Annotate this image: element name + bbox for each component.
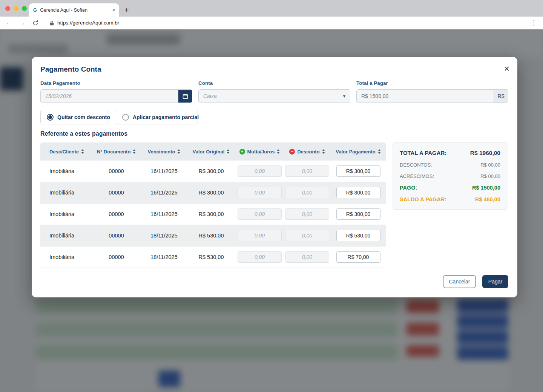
total-a-pagar-input[interactable] — [357, 93, 494, 99]
radio-selected-icon — [47, 114, 54, 121]
col-header-desc-cliente[interactable]: Desc/Cliente — [40, 149, 91, 155]
summary-descontos-row: DESCONTOS: R$ 00,00 — [400, 162, 500, 168]
window-zoom-button[interactable] — [22, 6, 27, 11]
calendar-button[interactable] — [178, 89, 192, 103]
tab-close-icon[interactable]: × — [112, 7, 115, 13]
table-row: Imobiliária 00000 16/11/2025 R$ 300,00 — [40, 161, 386, 182]
address-bar[interactable]: https://gerencieAqui.com.br — [50, 20, 119, 26]
window-minimize-button[interactable] — [14, 6, 18, 11]
reload-icon[interactable] — [32, 20, 38, 26]
window-controls — [5, 6, 27, 11]
col-header-multa-juros[interactable]: + Multa/Juros — [236, 149, 284, 155]
pagar-button[interactable]: Pagar — [482, 275, 508, 288]
total-a-pagar-field: Total a Pagar R$ — [356, 80, 508, 103]
section-title: Referente a estes pagamentos — [40, 130, 127, 137]
pagamento-conta-modal: Pagamento Conta ✕ Data Pagamento — [32, 57, 517, 297]
calendar-icon — [183, 93, 188, 99]
site-favicon-icon: G — [33, 7, 37, 13]
valor-pagamento-input[interactable] — [336, 251, 380, 263]
plus-circle-icon: + — [239, 149, 245, 155]
multa-juros-input[interactable] — [238, 230, 282, 241]
sort-icon[interactable] — [177, 149, 180, 154]
table-row: Imobiliária 00000 16/11/2025 R$ 300,00 — [40, 204, 386, 225]
multa-juros-input[interactable] — [238, 165, 282, 177]
total-a-pagar-label: Total a Pagar — [356, 80, 508, 86]
browser-menu-icon[interactable]: ⋮ — [531, 19, 537, 27]
table-row: Imobiliária 00000 16/11/2025 R$ 300,00 — [40, 182, 386, 204]
tab-strip: G Gerencie Aqui - Soften × + — [0, 0, 543, 17]
cell-documento: 00000 — [91, 254, 141, 260]
window-close-button[interactable] — [5, 6, 10, 11]
sort-icon[interactable] — [81, 149, 84, 154]
modal-title: Pagamento Conta — [40, 65, 101, 74]
cell-vencimento: 18/11/2025 — [141, 233, 187, 239]
cell-documento: 00000 — [91, 168, 141, 174]
valor-pagamento-input[interactable] — [336, 165, 380, 177]
modal-close-icon[interactable]: ✕ — [504, 64, 510, 73]
multa-juros-input[interactable] — [238, 208, 282, 220]
summary-acrescimos-row: ACRÉSCIMOS: R$ 00,00 — [400, 173, 500, 179]
desconto-input[interactable] — [285, 165, 329, 177]
sort-icon[interactable] — [322, 149, 325, 154]
table-header-row: Desc/Cliente N° Documento Vencimento Val… — [40, 142, 386, 161]
col-header-n-documento[interactable]: N° Documento — [91, 149, 141, 155]
cell-documento: 00000 — [91, 190, 141, 196]
cell-vencimento: 18/11/2025 — [141, 254, 187, 260]
cell-vencimento: 16/11/2025 — [141, 190, 187, 196]
radio-quitar-com-desconto[interactable]: Quitar com desconto — [40, 110, 109, 124]
cell-valor-original: R$ 300,00 — [187, 211, 236, 217]
radio-aplicar-pagamento-parcial[interactable]: Aplicar pagamento parcial — [116, 110, 198, 124]
back-icon[interactable]: ← — [6, 20, 12, 26]
page-background: Pagamento Conta ✕ Data Pagamento — [0, 29, 543, 392]
forward-icon: → — [19, 20, 26, 26]
browser-tab[interactable]: G Gerencie Aqui - Soften × — [29, 3, 119, 17]
sort-icon[interactable] — [227, 149, 230, 154]
valor-pagamento-input[interactable] — [336, 187, 380, 198]
col-header-desconto[interactable]: − Desconto — [284, 149, 331, 155]
browser-window: G Gerencie Aqui - Soften × + ← → https:/… — [0, 0, 543, 392]
payment-summary: TOTAL A PAGAR: R$ 1960,00 DESCONTOS: R$ … — [392, 142, 508, 210]
conta-field: Conta Caixa ▾ — [198, 80, 350, 103]
desconto-input[interactable] — [285, 208, 329, 220]
valor-pagamento-input[interactable] — [336, 208, 380, 220]
col-header-valor-original[interactable]: Valor Original — [187, 149, 236, 155]
valor-pagamento-input[interactable] — [336, 230, 380, 241]
data-pagamento-field: Data Pagamento — [40, 80, 192, 103]
summary-total-row: TOTAL A PAGAR: R$ 1960,00 — [400, 150, 500, 156]
col-header-valor-pagamento[interactable]: Valor Pagamento — [331, 149, 386, 155]
desconto-input[interactable] — [285, 230, 329, 241]
summary-saldo-row: SALDO A PAGAR: R$ 460,00 — [400, 196, 500, 202]
sort-icon[interactable] — [277, 149, 280, 154]
currency-suffix: R$ — [494, 90, 508, 103]
new-tab-button[interactable]: + — [124, 6, 129, 14]
cell-vencimento: 16/11/2025 — [141, 168, 187, 174]
payments-table: Desc/Cliente N° Documento Vencimento Val… — [40, 142, 386, 268]
sort-icon[interactable] — [133, 149, 136, 154]
cell-cliente: Imobiliária — [40, 190, 91, 196]
sort-icon[interactable] — [378, 149, 381, 154]
cell-cliente: Imobiliária — [40, 254, 91, 260]
chevron-down-icon: ▾ — [343, 93, 345, 99]
table-row: Imobiliária 00000 18/11/2025 R$ 530,00 — [40, 247, 386, 268]
minus-circle-icon: − — [289, 149, 295, 155]
cell-documento: 00000 — [91, 233, 141, 239]
conta-selected-value: Caixa — [203, 93, 217, 99]
multa-juros-input[interactable] — [238, 251, 282, 263]
multa-juros-input[interactable] — [238, 187, 282, 198]
cell-cliente: Imobiliária — [40, 168, 91, 174]
conta-select[interactable]: Caixa ▾ — [198, 89, 350, 103]
cell-valor-original: R$ 300,00 — [187, 168, 236, 174]
tab-title: Gerencie Aqui - Soften — [40, 8, 109, 13]
col-header-vencimento[interactable]: Vencimento — [141, 149, 187, 155]
cell-cliente: Imobiliária — [40, 211, 91, 217]
browser-toolbar: ← → https://gerencieAqui.com.br ⋮ — [0, 17, 543, 29]
cancelar-button[interactable]: Cancelar — [443, 275, 476, 288]
cell-documento: 00000 — [91, 211, 141, 217]
desconto-input[interactable] — [285, 187, 329, 198]
data-pagamento-label: Data Pagamento — [40, 80, 192, 86]
desconto-input[interactable] — [285, 251, 329, 263]
table-row: Imobiliária 00000 18/11/2025 R$ 530,00 — [40, 225, 386, 247]
data-pagamento-input[interactable] — [41, 93, 178, 99]
lock-icon — [50, 20, 54, 26]
cell-cliente: Imobiliária — [40, 233, 91, 239]
